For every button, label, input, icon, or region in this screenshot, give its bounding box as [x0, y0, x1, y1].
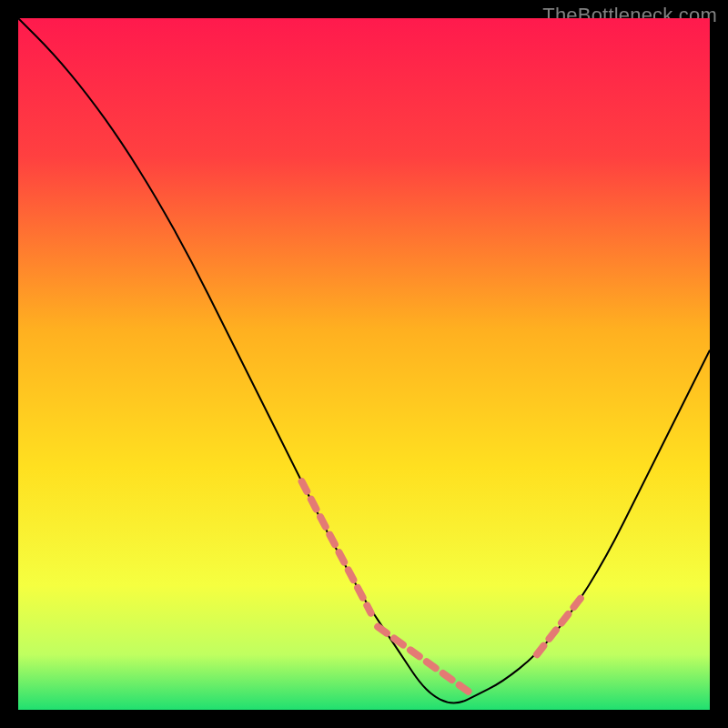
chart-svg	[18, 18, 710, 710]
chart-container: TheBottleneck.com	[0, 0, 728, 728]
plot-area	[18, 18, 710, 710]
